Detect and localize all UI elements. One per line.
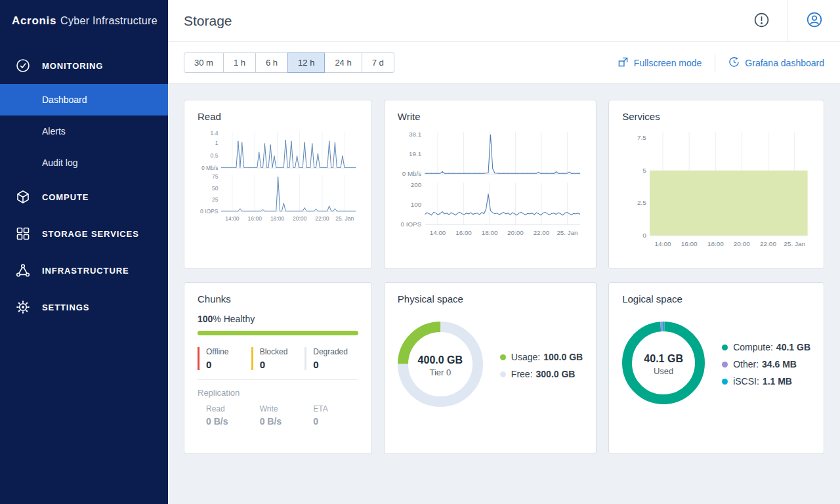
stat-label: Offline [206, 347, 251, 356]
app-logo[interactable]: Acronis Cyber Infrastructure [0, 0, 168, 42]
time-range-1h[interactable]: 1 h [223, 52, 256, 73]
svg-text:18:00: 18:00 [482, 228, 498, 236]
time-range-24h[interactable]: 24 h [324, 52, 362, 73]
rep-label: Write [260, 404, 305, 413]
grafana-clock-icon [728, 56, 740, 70]
svg-text:16:00: 16:00 [681, 240, 698, 247]
nodes-icon [14, 262, 32, 279]
sidebar-item-compute[interactable]: COMPUTE [0, 178, 168, 215]
svg-text:1: 1 [215, 140, 219, 146]
card-title: Chunks [198, 293, 358, 304]
free-dot-icon [500, 371, 506, 377]
time-range-7d[interactable]: 7 d [362, 52, 394, 73]
svg-text:0: 0 [642, 232, 646, 239]
alerts-notification-button[interactable] [735, 0, 788, 42]
stat-value: 0 [260, 359, 305, 370]
legend-other: Other: 34.6 MB [722, 359, 810, 369]
page-header: Storage [168, 0, 840, 42]
svg-text:20:00: 20:00 [734, 240, 750, 247]
logo-product-name: Cyber Infrastructure [60, 15, 158, 27]
toolbar-right: Fullscreen mode Grafana dashboard [618, 54, 824, 72]
svg-text:5: 5 [642, 167, 646, 174]
sidebar-item-dashboard[interactable]: Dashboard [0, 84, 168, 116]
legend-value: 34.6 MB [762, 359, 797, 369]
toolbar: 30 m 1 h 6 h 12 h 24 h 7 d Fullscreen mo… [168, 42, 840, 84]
svg-text:0.5: 0.5 [211, 152, 219, 159]
svg-text:0 Mb/s: 0 Mb/s [201, 165, 219, 171]
legend-label: Usage: [511, 352, 540, 362]
svg-text:18:00: 18:00 [707, 240, 724, 247]
sidebar-item-settings[interactable]: SETTINGS [0, 289, 168, 326]
physical-space-donut: 400.0 GB Tier 0 [398, 322, 483, 410]
legend-label: Compute: [733, 342, 773, 352]
rep-value: 0 B/s [206, 416, 251, 427]
svg-text:25. Jan: 25. Jan [556, 228, 578, 236]
time-range-6h[interactable]: 6 h [255, 52, 288, 73]
card-title: Physical space [398, 293, 583, 304]
grid-icon [14, 225, 32, 242]
sidebar-item-audit-log[interactable]: Audit log [0, 147, 168, 178]
read-card: Read 1.410.50 Mb/s 14:0016:0018:0020:002… [184, 100, 372, 269]
logical-space-card: Logical space 40.1 GB Used Compute: 40.1… [608, 282, 824, 454]
card-title: Read [198, 111, 358, 122]
fullscreen-mode-button[interactable]: Fullscreen mode [618, 56, 702, 70]
legend-label: Free: [511, 369, 533, 379]
legend-label: Other: [733, 359, 759, 369]
stat-label: Blocked [260, 347, 305, 356]
main-area: Storage 30 m 1 h 6 h 12 h [168, 0, 840, 504]
write-card: Write 38.119.10 Mb/s 14:0016:0018:0020:0… [384, 100, 597, 269]
account-button[interactable] [788, 0, 840, 42]
grafana-label: Grafana dashboard [745, 58, 824, 68]
card-title: Write [398, 111, 583, 122]
alert-exclamation-icon [753, 12, 770, 30]
card-title: Services [622, 111, 810, 122]
svg-text:20:00: 20:00 [507, 228, 524, 236]
sidebar-item-storage-services[interactable]: STORAGE SERVICES [0, 215, 168, 252]
svg-text:75: 75 [212, 174, 219, 180]
svg-text:16:00: 16:00 [248, 215, 262, 222]
replication-read: Read 0 B/s [198, 404, 251, 427]
sidebar-item-label: SETTINGS [42, 303, 89, 312]
app-root: Acronis Cyber Infrastructure MONITORING … [0, 0, 840, 504]
sidebar-item-monitoring[interactable]: MONITORING [0, 47, 168, 84]
gauge-icon [14, 57, 32, 74]
legend-iscsi: iSCSI: 1.1 MB [722, 376, 810, 387]
replication-section: Replication Read 0 B/s Write 0 B/s ETA 0 [198, 379, 358, 427]
legend-value: 40.1 GB [776, 342, 810, 352]
svg-text:0 IOPS: 0 IOPS [400, 220, 421, 228]
write-mbps-chart: 38.119.10 Mb/s [398, 129, 583, 179]
legend-free: Free: 300.0 GB [500, 369, 583, 379]
healthy-status: 100% Healthy [198, 314, 358, 324]
services-area-chart: 14:0016:0018:0020:0022:0025. Jan7.552.50 [622, 129, 810, 251]
svg-text:7.5: 7.5 [637, 134, 646, 141]
cube-icon [14, 188, 32, 205]
time-range-30m[interactable]: 30 m [184, 52, 224, 73]
usage-dot-icon [500, 354, 506, 360]
time-range-12h[interactable]: 12 h [287, 52, 325, 73]
svg-text:14:00: 14:00 [655, 240, 671, 247]
replication-title: Replication [198, 388, 358, 398]
healthy-percent: 100 [198, 314, 213, 324]
sidebar-item-alerts[interactable]: Alerts [0, 116, 168, 147]
stat-blocked: Blocked 0 [251, 347, 305, 370]
rep-value: 0 B/s [260, 416, 305, 427]
replication-row: Read 0 B/s Write 0 B/s ETA 0 [198, 404, 358, 427]
donut-label: Tier 0 [429, 368, 451, 377]
svg-text:22:00: 22:00 [534, 228, 550, 236]
toolbar-divider [715, 54, 715, 72]
stat-value: 0 [206, 359, 251, 370]
services-card: Services 14:0016:0018:0020:0022:0025. Ja… [608, 100, 824, 269]
iscsi-dot-icon [722, 379, 728, 385]
sidebar-item-infrastructure[interactable]: INFRASTRUCTURE [0, 252, 168, 289]
dashboard-grid: Read 1.410.50 Mb/s 14:0016:0018:0020:002… [168, 84, 840, 504]
svg-text:0 Mb/s: 0 Mb/s [402, 170, 422, 177]
read-mbps-chart: 1.410.50 Mb/s [198, 129, 358, 172]
svg-text:38.1: 38.1 [409, 131, 421, 138]
health-progress-bar [198, 331, 358, 335]
svg-text:16:00: 16:00 [455, 228, 472, 236]
svg-text:0 IOPS: 0 IOPS [200, 208, 219, 215]
gear-icon [14, 299, 32, 316]
svg-text:100: 100 [411, 201, 422, 208]
physical-space-card: Physical space 400.0 GB Tier 0 Usage: 10… [384, 282, 597, 454]
grafana-dashboard-button[interactable]: Grafana dashboard [728, 56, 824, 70]
